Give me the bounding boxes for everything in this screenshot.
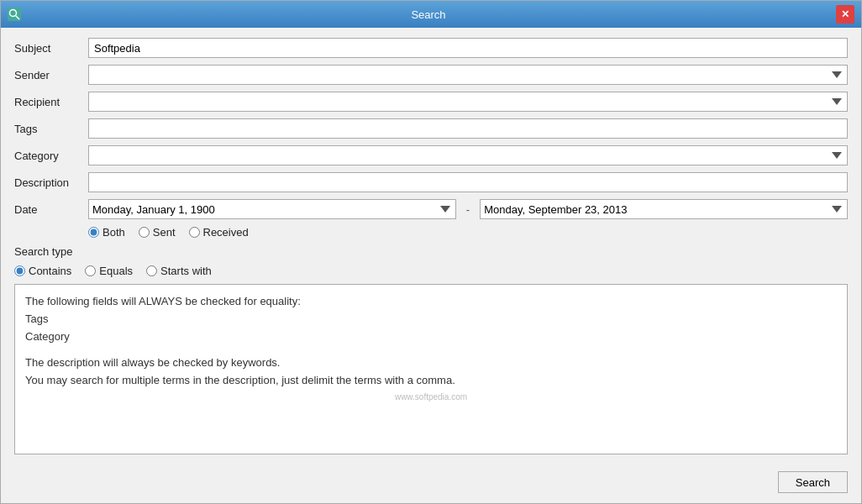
sender-row: Sender: [14, 65, 848, 85]
radio-contains-label: Contains: [29, 265, 71, 277]
radio-received[interactable]: Received: [189, 226, 249, 239]
date-to-select[interactable]: Monday, September 23, 2013: [480, 199, 848, 219]
tags-row: Tags: [14, 118, 848, 139]
app-icon: [8, 8, 21, 21]
sender-label: Sender: [14, 69, 81, 81]
radio-both-input[interactable]: [88, 227, 99, 238]
title-bar: Search ✕: [1, 1, 861, 28]
radio-starts-with-input[interactable]: [146, 265, 157, 276]
form-content: Subject Sender Recipient Tags Category: [1, 28, 861, 465]
description-input[interactable]: [88, 172, 848, 192]
radio-received-label: Received: [203, 226, 249, 239]
info-line-2: Tags: [25, 311, 837, 328]
radio-sent[interactable]: Sent: [139, 226, 176, 239]
watermark: www.softpedia.com: [25, 391, 837, 404]
direction-row: Both Sent Received: [14, 226, 848, 239]
main-window: Search ✕ Subject Sender Recipient Tags: [0, 0, 862, 504]
info-line-6: You may search for multiple terms in the…: [25, 372, 837, 390]
radio-contains[interactable]: Contains: [14, 265, 71, 277]
radio-both[interactable]: Both: [88, 226, 125, 239]
date-from-select[interactable]: Monday, January 1, 1900: [88, 199, 456, 219]
info-box: The following fields will ALWAYS be chec…: [14, 284, 848, 454]
radio-both-label: Both: [102, 226, 125, 239]
svg-line-1: [16, 16, 20, 20]
recipient-label: Recipient: [14, 96, 81, 108]
subject-row: Subject: [14, 38, 848, 58]
date-row: Date Monday, January 1, 1900 - Monday, S…: [14, 199, 848, 219]
date-label: Date: [14, 203, 81, 216]
search-type-title: Search type: [14, 245, 72, 258]
close-button[interactable]: ✕: [836, 5, 854, 24]
sender-select[interactable]: [88, 65, 848, 85]
radio-starts-with[interactable]: Starts with: [146, 265, 212, 277]
recipient-row: Recipient: [14, 92, 848, 112]
category-select[interactable]: [88, 145, 848, 165]
subject-input[interactable]: [88, 38, 848, 58]
bottom-bar: Search: [1, 465, 861, 503]
window-title: Search: [21, 8, 836, 21]
category-label: Category: [14, 150, 81, 162]
info-line-3: Category: [25, 328, 837, 346]
info-line-4: [25, 345, 837, 354]
search-type-section-title: Search type: [14, 245, 848, 258]
radio-received-input[interactable]: [189, 227, 200, 238]
radio-equals[interactable]: Equals: [85, 265, 133, 277]
description-label: Description: [14, 176, 81, 189]
radio-contains-input[interactable]: [14, 265, 25, 276]
radio-sent-input[interactable]: [139, 227, 150, 238]
description-row: Description: [14, 172, 848, 192]
search-button[interactable]: Search: [778, 471, 848, 493]
tags-label: Tags: [14, 123, 81, 135]
info-line-1: The following fields will ALWAYS be chec…: [25, 293, 837, 311]
svg-point-0: [10, 10, 17, 17]
radio-starts-with-label: Starts with: [160, 265, 212, 277]
tags-input[interactable]: [88, 118, 848, 139]
radio-equals-input[interactable]: [85, 265, 96, 276]
radio-sent-label: Sent: [153, 226, 176, 239]
radio-equals-label: Equals: [99, 265, 133, 277]
category-row: Category: [14, 145, 848, 165]
recipient-select[interactable]: [88, 92, 848, 112]
date-separator: -: [463, 203, 473, 216]
search-type-row: Contains Equals Starts with: [14, 265, 848, 277]
info-line-5: The description will always be checked b…: [25, 354, 837, 372]
subject-label: Subject: [14, 42, 81, 55]
